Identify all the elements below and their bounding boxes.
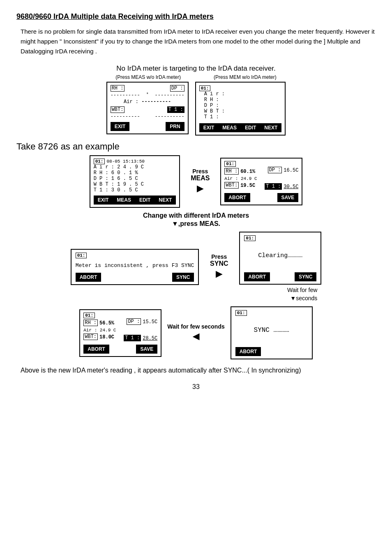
edit-button-r[interactable]: EDIT <box>241 123 260 132</box>
exr-dp-val: 16.5C <box>284 168 298 173</box>
left-arrow-icon: ◄ <box>190 330 202 343</box>
prn-button[interactable]: PRN <box>166 122 184 131</box>
press-mem-label: (Press MEM w/o IrDA meter) <box>214 74 277 80</box>
fr-abort-btn[interactable]: ABORT <box>235 347 261 356</box>
fl-air: Air : 24.9 C <box>83 328 116 333</box>
wait-note-left: Wait for few seconds ◄ <box>167 323 225 343</box>
exr-air: Air : 24.9 C <box>224 176 257 181</box>
meas-button-r[interactable]: MEAS <box>218 123 241 132</box>
press-label: Press <box>192 168 208 175</box>
next-button-r[interactable]: NEXT <box>260 123 281 132</box>
final-left-panel: 01: RH : 56.5% Air : 24.9 C WBT: 18.0C D… <box>79 309 161 357</box>
fl-dp-val: 15.5C <box>143 319 157 325</box>
fl-t1-label: T 1 : <box>124 335 141 341</box>
sync-right-id: 01: <box>244 235 256 241</box>
ex-wbt: W B T : 1 9 . 5 C <box>94 182 176 187</box>
no-irda-left-panel: RH : DP : ---------- * ---------- Air : … <box>106 82 189 134</box>
exr-wbt-label: WBT: <box>224 182 239 189</box>
synr-abort-btn[interactable]: ABORT <box>244 272 270 281</box>
right-arrow: ► <box>194 182 206 195</box>
no-irda-right-panel: 01: A i r : R H : D P : W B T : T 1 : EX… <box>195 82 286 136</box>
sync-msg: Meter is inconsistent , press F3 SYNC <box>76 262 194 269</box>
exr-t1-label: T 1 : <box>265 183 282 190</box>
change-subheader: ▼,press MEAS. <box>16 220 376 228</box>
example-left-panel: 01: 08-05 15:13:50 A i r : 2 4 . 9 C R H… <box>90 155 180 208</box>
sync-left-panel: 01: Meter is inconsistent , press F3 SYN… <box>71 249 199 285</box>
wait-note-right: Wait for few ▼seconds <box>287 286 321 302</box>
exr-save-btn[interactable]: SAVE <box>277 193 299 202</box>
no-irda-header: No IrDA meter is targeting to the IrDA d… <box>16 64 376 73</box>
fl-dp-label: DP : <box>127 318 141 325</box>
sync-abort-btn[interactable]: ABORT <box>76 273 101 282</box>
down-arrow-icon: ▼ <box>290 295 296 301</box>
page-number: 33 <box>16 383 376 391</box>
ex-left-id: 01: <box>94 159 105 164</box>
wbt-dash: ---------- <box>111 114 140 120</box>
press-sync-label: Press <box>211 253 227 260</box>
wait-label-right: Wait for few <box>287 287 317 293</box>
exit-button-r[interactable]: EXIT <box>199 123 219 132</box>
press-sync-action: Press SYNC ► <box>205 253 233 281</box>
right-arrow-2: ► <box>213 267 225 281</box>
take-example-header: Take 8726 as an example <box>16 141 376 152</box>
intro-text: There is no problem for single data tran… <box>16 27 376 56</box>
footer-text: Above is the new IrDA meter's reading , … <box>16 365 376 376</box>
seconds-label-right: seconds <box>296 295 317 301</box>
example-right-panel: 01: RH : 60.1% Air : 24.9 C WBT: 19.5C D… <box>220 158 302 205</box>
fr-id: 01: <box>235 310 247 316</box>
exr-dp-label: DP : <box>268 167 282 173</box>
ex-edit-btn[interactable]: EDIT <box>135 196 154 205</box>
final-right-panel: 01: SYNC ………… ABORT <box>231 306 313 359</box>
exr-rh-val: 60.1% <box>240 169 255 175</box>
page-title: 9680/9660 IrDA Multiple data Receiving w… <box>16 12 376 21</box>
fl-rh-label: RH : <box>83 320 98 326</box>
right-rh: R H : <box>204 97 282 103</box>
fl-abort-btn[interactable]: ABORT <box>83 345 109 354</box>
air-dash: ---------- <box>141 99 171 105</box>
sync-action-label: SYNC <box>210 260 228 267</box>
sync-sync-btn[interactable]: SYNC <box>172 273 194 282</box>
final-left-id: 01: <box>83 313 95 318</box>
ex-left-date: 08-05 15:13:50 <box>106 159 144 164</box>
exr-rh-label: RH : <box>224 168 239 175</box>
fl-t1-val: 28.5C <box>143 336 157 341</box>
change-header: Change with different IrDA meters <box>16 212 376 219</box>
exit-button[interactable]: EXIT <box>111 122 130 131</box>
fl-save-btn[interactable]: SAVE <box>136 345 157 354</box>
t1-dash: ---------- <box>155 114 184 120</box>
synr-sync-btn[interactable]: SYNC <box>295 272 316 281</box>
right-t1: T 1 : <box>204 114 282 120</box>
ex-rh: R H : 6 0 . 1 % <box>94 170 176 176</box>
right-dp: D P : <box>204 103 282 108</box>
sync-msg-right: SYNC ………… <box>235 316 308 345</box>
sync-right-panel: 01: Clearing………… ABORT SYNC <box>239 232 321 285</box>
ex-exit-btn[interactable]: EXIT <box>94 196 113 205</box>
clearing-text: Clearing………… <box>244 241 316 270</box>
wbt-label: WBT: <box>111 106 125 113</box>
meas-action-label: MEAS <box>191 175 210 182</box>
exr-id: 01: <box>224 161 236 167</box>
ex-next-btn[interactable]: NEXT <box>154 196 176 205</box>
rh-dash: ---------- <box>111 92 140 98</box>
exr-abort-btn[interactable]: ABORT <box>224 193 250 202</box>
ex-t1: T 1 : 3 0 . 5 C <box>94 187 176 193</box>
exr-t1-val: 30.5C <box>284 184 298 190</box>
dp-label: DP : <box>170 85 184 92</box>
exr-wbt-val: 19.5C <box>240 183 255 189</box>
fl-wbt-val: 18.0C <box>99 334 114 340</box>
ex-dp: D P : 1 6 . 5 C <box>94 176 176 182</box>
right-id: 01: <box>199 85 211 91</box>
fl-rh-val: 56.5% <box>99 320 114 326</box>
right-wbt: W B T : <box>204 108 282 114</box>
ex-meas-btn[interactable]: MEAS <box>113 196 135 205</box>
wait-label-left: Wait for few seconds <box>167 323 225 330</box>
press-meas-label: (Press MEAS w/o IrDA meter) <box>115 74 181 80</box>
t1-label: T 1 : <box>167 106 184 113</box>
press-meas-action: Press MEAS ► <box>186 168 214 195</box>
dp-dash: ---------- <box>155 92 184 98</box>
air-label: Air : <box>124 99 138 105</box>
right-air: A i r : <box>204 91 282 97</box>
ex-air: A i r : 2 4 . 9 C <box>94 164 176 170</box>
fl-wbt-label: WBT: <box>83 334 98 340</box>
rh-label: RH : <box>111 85 125 92</box>
